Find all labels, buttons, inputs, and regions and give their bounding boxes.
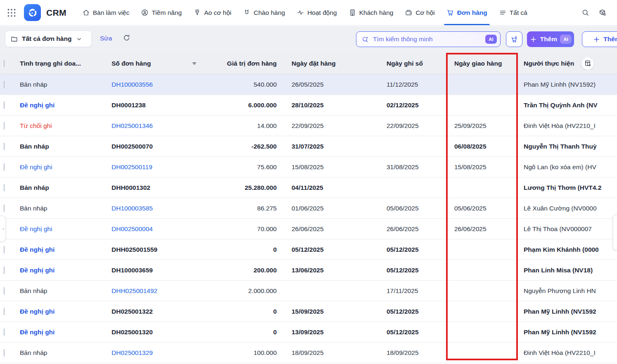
column-header-order-no[interactable]: Số đơn hàng	[108, 59, 204, 67]
status-cell: Bản nháp	[17, 143, 108, 150]
search-icon[interactable]	[581, 9, 589, 17]
assignee-cell: Phan Mỹ Linhh (NV1592	[518, 329, 617, 336]
sidebar-expand-handle[interactable]: ›	[0, 215, 6, 242]
table-row[interactable]: Bản nhápDH002500070-262.50031/07/202506/…	[0, 136, 617, 157]
nav-item-chao-hang[interactable]: Chào hàng	[237, 0, 291, 25]
row-checkbox[interactable]	[4, 329, 5, 336]
order-number-link[interactable]: DH0001238	[108, 102, 204, 109]
row-checkbox-cell	[0, 163, 17, 171]
record-date-cell: 18/09/2025	[366, 349, 446, 357]
select-all-checkbox[interactable]	[4, 60, 5, 67]
row-checkbox[interactable]	[4, 184, 5, 191]
row-checkbox[interactable]	[4, 81, 5, 88]
amount-cell: 70.000	[204, 225, 277, 233]
smart-search-input[interactable]	[373, 35, 485, 43]
column-header-record-date[interactable]: Ngày ghi sổ	[366, 60, 446, 67]
quick-order-cart-button[interactable]	[506, 31, 522, 47]
nav-item-tiem-nang[interactable]: Tiềm năng	[135, 0, 187, 25]
order-number-link[interactable]: DHH025001492	[108, 287, 204, 295]
edit-view-link[interactable]: Sửa	[100, 35, 112, 42]
table-row[interactable]: Đề nghị ghiDH00012386.000.00028/10/20250…	[0, 95, 617, 116]
refresh-icon[interactable]	[123, 34, 131, 42]
row-checkbox[interactable]	[4, 287, 5, 295]
row-checkbox[interactable]	[4, 267, 5, 274]
order-number-link[interactable]: DHH025001559	[108, 246, 204, 253]
order-number-link[interactable]: DH025001320	[108, 329, 204, 336]
nav-item-ban-lam-viec[interactable]: Bàn làm việc	[76, 0, 135, 25]
nav-item-ao-co-hoi[interactable]: Ao cơ hội	[187, 0, 237, 25]
add-with-ai-button[interactable]: Thêm AI	[527, 31, 574, 47]
order-number-link[interactable]: DH025001329	[108, 349, 204, 357]
table-row[interactable]: Đề nghị ghiDH00250011975.60015/08/202531…	[0, 157, 617, 177]
crm-order-list-screen: CRM Bàn làm việc Tiềm năng Ao cơ hội Chà…	[0, 0, 617, 364]
order-number-link[interactable]: DH002500004	[108, 225, 204, 233]
order-number-link[interactable]: DHH0001302	[108, 184, 204, 191]
assignee-cell: Phan Mỹ Linhh (NV1592	[518, 308, 617, 315]
add-column-icon[interactable]	[581, 57, 594, 70]
chevron-down-icon	[75, 35, 83, 43]
row-checkbox[interactable]	[4, 102, 5, 109]
table-row[interactable]: Đề nghị ghiDH00250000470.00026/06/202526…	[0, 219, 617, 239]
row-checkbox[interactable]	[4, 143, 5, 150]
package-search-icon[interactable]	[598, 9, 606, 17]
status-cell: Đề nghị ghi	[17, 163, 108, 171]
order-date-cell: 26/05/2025	[277, 81, 366, 88]
table-row[interactable]: Bản nhápDH10000358586.27501/06/202505/06…	[0, 198, 617, 219]
nav-item-co-hoi[interactable]: Cơ hội	[399, 0, 440, 25]
home-icon	[82, 9, 90, 17]
row-checkbox-cell	[0, 184, 17, 191]
smart-search-box[interactable]: AI	[356, 31, 501, 47]
status-cell: Đề nghị ghi	[17, 225, 108, 233]
table-row[interactable]: Đề nghị ghiDH100003659200.00013/06/20250…	[0, 260, 617, 281]
crm-logo-icon[interactable]	[24, 4, 41, 21]
add-order-button[interactable]: Thêm	[582, 31, 617, 47]
table-row[interactable]: Đề nghị ghiDH025001320013/09/202505/12/2…	[0, 322, 617, 343]
table-row[interactable]: Bản nhápDH025001329100.00018/09/202518/0…	[0, 343, 617, 363]
navbar-right-tools	[581, 9, 617, 17]
row-checkbox[interactable]	[4, 349, 5, 357]
row-checkbox[interactable]	[4, 163, 5, 171]
order-number-link[interactable]: DH100003556	[108, 81, 204, 88]
row-checkbox[interactable]	[4, 122, 5, 130]
table-row[interactable]: Từ chối ghiDH02500134614.00022/09/202522…	[0, 116, 617, 136]
order-number-link[interactable]: DH025001346	[108, 122, 204, 130]
table-row[interactable]: Bản nhápDHH0250014922.000.00017/11/2025N…	[0, 281, 617, 301]
order-number-link[interactable]: DH100003659	[108, 267, 204, 274]
nav-item-don-hang-active[interactable]: Đơn hàng	[441, 0, 493, 25]
order-date-cell: 18/09/2025	[277, 349, 366, 357]
view-selector-dropdown[interactable]: Tất cả đơn hàng	[5, 31, 92, 47]
building-icon	[349, 9, 356, 17]
row-checkbox[interactable]	[4, 205, 5, 212]
table-header-row: Tình trạng ghi doa... Số đơn hàng Giá tr…	[0, 53, 617, 74]
ai-badge-button: AI	[560, 35, 572, 44]
amount-cell: 2.000.000	[204, 287, 277, 295]
row-checkbox-cell	[0, 308, 17, 315]
main-nav: Bàn làm việc Tiềm năng Ao cơ hội Chào hà…	[76, 0, 533, 25]
table-row[interactable]: Bản nhápDHH000130225.280.00004/11/2025Lư…	[0, 177, 617, 198]
status-cell: Bản nháp	[17, 81, 108, 88]
app-grid-icon[interactable]	[5, 7, 18, 19]
amount-cell: 14.000	[204, 122, 277, 130]
order-number-link[interactable]: DH025001322	[108, 308, 204, 315]
vertical-scrollbar-thumb[interactable]	[613, 215, 617, 250]
nav-item-tat-ca[interactable]: Tất cả	[493, 0, 533, 25]
order-number-link[interactable]: DH100003585	[108, 205, 204, 212]
column-header-order-date[interactable]: Ngày đặt hàng	[277, 60, 366, 67]
order-number-link[interactable]: DH002500119	[108, 163, 204, 171]
nav-item-khach-hang[interactable]: Khách hàng	[343, 0, 399, 25]
column-header-amount[interactable]: Giá trị đơn hàng	[204, 60, 277, 67]
row-checkbox-cell	[0, 102, 17, 109]
column-header-assignee[interactable]: Người thực hiện	[518, 57, 617, 70]
column-header-status[interactable]: Tình trạng ghi doa...	[17, 60, 108, 67]
table-row[interactable]: Đề nghị ghiDHH025001559005/12/202505/12/…	[0, 239, 617, 260]
nav-item-hoat-dong[interactable]: Hoạt động	[291, 0, 343, 25]
row-checkbox[interactable]	[4, 308, 5, 315]
column-header-delivery-date[interactable]: Ngày giao hàng	[446, 60, 518, 67]
table-row[interactable]: Bản nhápDH100003556540.00026/05/202511/1…	[0, 74, 617, 95]
table-row[interactable]: Đề nghị ghiDH025001322015/09/202505/12/2…	[0, 301, 617, 322]
row-checkbox-cell	[0, 267, 17, 274]
filter-icon[interactable]	[190, 59, 198, 67]
row-checkbox[interactable]	[4, 246, 5, 253]
record-date-cell: 05/12/2025	[366, 329, 446, 336]
order-number-link[interactable]: DH002500070	[108, 143, 204, 150]
